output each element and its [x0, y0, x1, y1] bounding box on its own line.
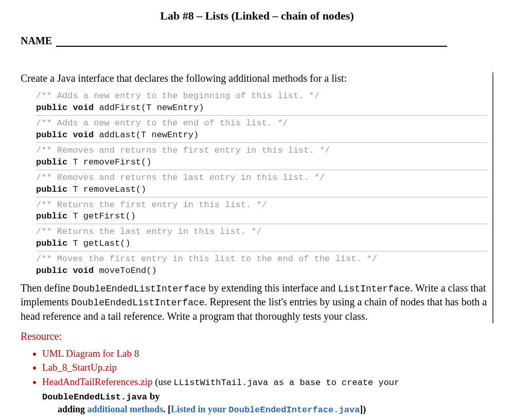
resource-header: Resource: [21, 331, 493, 342]
code-ref: DoubleEndedListInterface [73, 284, 206, 294]
resource-item-uml: UML Diagram for Lab 8 [42, 346, 493, 361]
method-item: /** Returns the first entry in this list… [36, 197, 487, 225]
method-comment: /** Removes and returns the first entry … [36, 145, 487, 157]
method-comment: /** Adds a new entry to the end of this … [36, 118, 487, 130]
resource-text: ]) [360, 404, 366, 414]
method-signature: public void addLast(T newEntry) [36, 130, 487, 141]
instruction-block: Create a Java interface that declares th… [21, 72, 493, 323]
method-item: /** Removes and returns the first entry … [36, 143, 487, 170]
then-text: Then define [21, 282, 73, 294]
code-ref: LListWithTail.java [174, 378, 269, 388]
method-item: /** Adds a new entry to the end of this … [36, 116, 487, 143]
resource-link: HeadAndTailReferences.zip [42, 376, 152, 387]
method-item: /** Removes and returns the last entry i… [36, 170, 487, 197]
intro-text: Create a Java interface that declares th… [21, 72, 487, 84]
name-label: NAME [21, 35, 52, 47]
method-comment: /** Returns the last entry in this list.… [36, 226, 487, 238]
method-signature: public void moveToEnd() [36, 265, 487, 277]
resource-continuation: adding additional methods. [Listed in yo… [58, 404, 493, 415]
then-paragraph: Then define DoubleEndedListInterface by … [21, 281, 487, 323]
then-text: by extending this interface and [206, 282, 338, 294]
code-ref: DoubleEndedInterface.java [228, 405, 360, 415]
method-signature: public T removeLast() [36, 184, 487, 196]
resource-text: (use [152, 376, 173, 387]
resource-text: as a base to create your [268, 378, 399, 388]
method-comment: /** Returns the first entry in this list… [36, 199, 487, 211]
name-row: NAME [21, 35, 493, 47]
method-list: /** Adds a new entry to the beginning of… [36, 88, 487, 278]
resource-item-headtail: HeadAndTailReferences.zip (use LListWith… [42, 375, 493, 404]
method-item: /** Moves the first entry in this list t… [36, 251, 487, 278]
method-comment: /** Adds a new entry to the beginning of… [36, 90, 487, 102]
method-signature: public T getLast() [36, 238, 487, 250]
resource-item-startup: Lab_8_StartUp.zip [42, 360, 493, 375]
method-signature: public T removeFirst() [36, 157, 487, 169]
resource-list: UML Diagram for Lab 8 Lab_8_StartUp.zip … [42, 346, 493, 404]
resource-text: by [147, 391, 160, 401]
resource-text: . [ [163, 404, 171, 414]
resource-text: adding [58, 404, 87, 414]
resource-highlight: additional methods [87, 404, 164, 414]
method-item: /** Returns the last entry in this list.… [36, 224, 487, 251]
lab-title: Lab #8 – Lists (Linked – chain of nodes) [21, 9, 493, 23]
method-signature: public void addFirst(T newEntry) [36, 102, 487, 114]
resource-link: UML Diagram for Lab 8 [42, 348, 139, 359]
code-ref: ListInterface [338, 284, 410, 294]
name-underline [56, 38, 447, 47]
code-ref: DoubleEndedList.java [42, 392, 147, 402]
lab-document: Lab #8 – Lists (Linked – chain of nodes)… [0, 0, 514, 420]
resource-highlight: Listed in your [171, 404, 228, 414]
code-ref: DoubleEndedListInterface [71, 298, 204, 308]
method-item: /** Adds a new entry to the beginning of… [36, 88, 487, 116]
resource-link: Lab_8_StartUp.zip [42, 362, 117, 373]
method-comment: /** Removes and returns the last entry i… [36, 172, 487, 184]
method-comment: /** Moves the first entry in this list t… [36, 253, 487, 265]
method-signature: public T getFirst() [36, 211, 487, 223]
